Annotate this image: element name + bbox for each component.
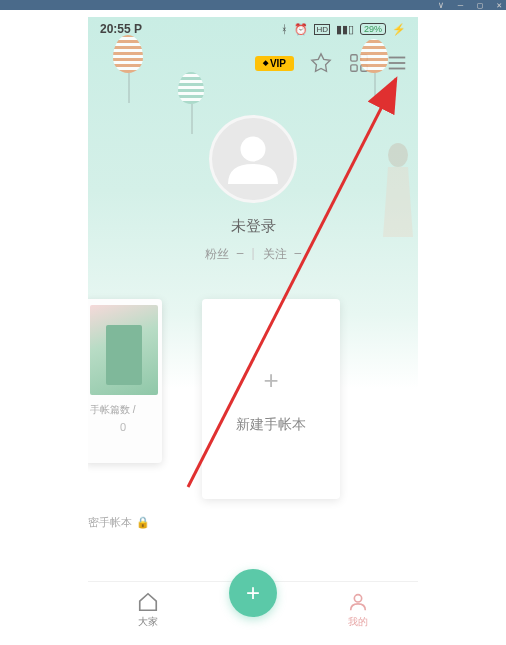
notebook-thumbnail [90, 305, 158, 395]
follow-label[interactable]: 关注 [263, 246, 287, 263]
plus-icon: + [246, 579, 260, 607]
home-icon [137, 591, 159, 613]
vip-badge[interactable]: VIP [255, 56, 294, 71]
favorite-icon[interactable] [310, 52, 332, 74]
nav-tab-mine[interactable]: 我的 [318, 591, 398, 629]
lock-icon: 🔒 [136, 516, 150, 529]
svg-rect-4 [361, 65, 367, 71]
battery-indicator: 29% [360, 23, 386, 35]
status-bar: 20:55 P ᚼ ⏰ HD ▮▮▯ 29% ⚡ [88, 17, 418, 41]
hd-icon: HD [314, 24, 330, 35]
person-icon [347, 591, 369, 613]
create-fab[interactable]: + [229, 569, 277, 617]
signal-icon: ▮▮▯ [336, 23, 354, 36]
nav-tab-label: 大家 [138, 615, 158, 629]
notebook-card[interactable]: ✕ 手帐篇数 / 0 [88, 299, 162, 463]
fans-value: – [237, 246, 244, 263]
grid-icon[interactable] [348, 52, 370, 74]
charging-icon: ⚡ [392, 23, 406, 36]
svg-rect-1 [351, 55, 357, 61]
stats-row: 粉丝 – | 关注 – [205, 246, 302, 263]
phone-screen: 20:55 P ᚼ ⏰ HD ▮▮▯ 29% ⚡ VIP [88, 17, 418, 637]
nav-tab-everyone[interactable]: 大家 [108, 591, 188, 629]
outer-content: 20:55 P ᚼ ⏰ HD ▮▮▯ 29% ⚡ VIP [0, 10, 506, 645]
profile-section: 未登录 粉丝 – | 关注 – [88, 115, 418, 263]
status-indicator: P [134, 22, 142, 36]
svg-point-9 [354, 594, 361, 601]
status-time: 20:55 [100, 22, 131, 36]
window-titlebar: ∨ — ▢ ✕ [0, 0, 506, 10]
top-actions: VIP [88, 41, 418, 85]
fans-label[interactable]: 粉丝 [205, 246, 229, 263]
secret-notebook-label: 密手帐本 [88, 515, 132, 530]
menu-icon[interactable] [386, 52, 408, 74]
outer-window: ∨ — ▢ ✕ 20:55 P ᚼ ⏰ [0, 0, 506, 645]
alarm-icon: ⏰ [294, 23, 308, 36]
create-notebook-card[interactable]: + 新建手帐本 [202, 299, 340, 499]
window-dropdown[interactable]: ∨ [438, 0, 443, 10]
svg-point-8 [241, 137, 266, 162]
notebook-count: 0 [90, 421, 156, 433]
person-icon [223, 129, 283, 189]
notebook-meta-label: 手帐篇数 / [90, 403, 156, 417]
secret-notebook-row[interactable]: 密手帐本 🔒 [88, 515, 418, 530]
bluetooth-icon: ᚼ [281, 23, 288, 35]
window-minimize[interactable]: — [458, 0, 463, 10]
notebook-area: ✕ 手帐篇数 / 0 + 新建手帐本 [88, 299, 418, 499]
svg-rect-3 [351, 65, 357, 71]
svg-rect-2 [361, 55, 367, 61]
nav-tab-label: 我的 [348, 615, 368, 629]
window-close[interactable]: ✕ [497, 0, 502, 10]
follow-value: – [295, 246, 302, 263]
create-notebook-label: 新建手帐本 [236, 416, 306, 434]
login-status[interactable]: 未登录 [231, 217, 276, 236]
plus-icon: + [263, 365, 278, 396]
door-graphic [106, 325, 142, 385]
avatar[interactable] [209, 115, 297, 203]
window-maximize[interactable]: ▢ [477, 0, 482, 10]
stats-divider: | [251, 246, 254, 263]
